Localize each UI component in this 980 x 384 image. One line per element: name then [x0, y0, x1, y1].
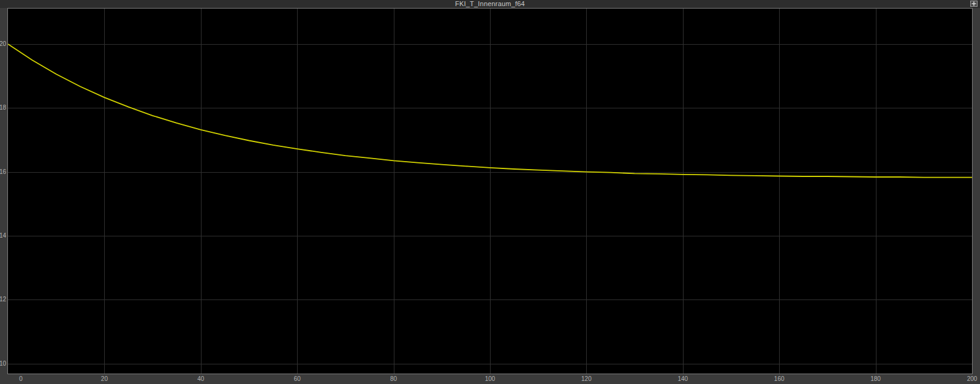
- scope-title: FKI_T_Innenraum_f64: [455, 0, 525, 8]
- x-tick-label: 180: [870, 375, 881, 382]
- x-tick-label: 100: [485, 375, 496, 382]
- title-bar: FKI_T_Innenraum_f64: [0, 0, 980, 8]
- x-tick-label: 60: [294, 375, 301, 382]
- expand-button[interactable]: [970, 1, 978, 7]
- expand-icon: [971, 1, 976, 6]
- x-tick-label: 80: [390, 375, 397, 382]
- x-tick-label: 0: [19, 375, 23, 382]
- x-tick-label: 140: [677, 375, 688, 382]
- plot-area: [7, 8, 973, 374]
- chart-canvas: [8, 9, 972, 374]
- y-tick-label: 16: [0, 169, 6, 175]
- x-tick-label: 120: [581, 375, 592, 382]
- y-tick-label: 18: [0, 105, 6, 111]
- x-tick-label: 40: [197, 375, 204, 382]
- y-tick-label: 10: [0, 361, 6, 367]
- scope-window: { "window": { "title": "FKI_T_Innenraum_…: [0, 0, 980, 384]
- x-tick-label: 20: [101, 375, 108, 382]
- y-tick-label: 14: [0, 233, 6, 239]
- x-tick-label: 160: [774, 375, 785, 382]
- y-axis-labels: 101214161820: [0, 8, 6, 374]
- x-tick-label: 200: [967, 375, 978, 382]
- y-tick-label: 12: [0, 296, 6, 303]
- x-axis-labels: 020406080100120140160180200: [8, 375, 980, 383]
- y-tick-label: 20: [0, 41, 6, 47]
